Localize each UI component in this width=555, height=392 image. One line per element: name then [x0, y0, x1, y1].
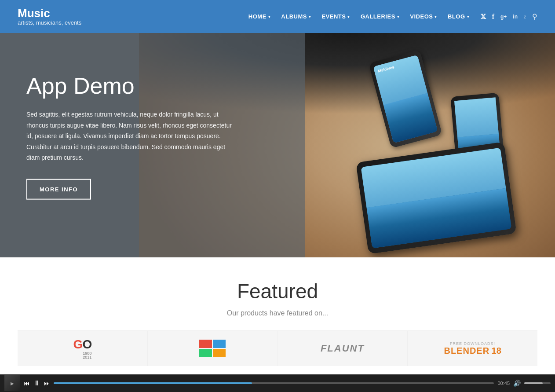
social-icons: 𝕏 f g+ in ≀ ⚲ — [481, 12, 537, 21]
chevron-down-icon: ▾ — [435, 15, 437, 19]
nav-home[interactable]: HOME ▾ — [244, 11, 275, 22]
featured-section: Featured Our products have featured on..… — [0, 257, 555, 375]
hero-body-text: Sed sagittis, elit egestas rutrum vehicu… — [26, 109, 237, 163]
featured-title: Featured — [18, 279, 537, 303]
logo-go: GO 19882011 — [18, 331, 148, 366]
linkedin-icon[interactable]: in — [513, 14, 518, 20]
blender-logo-text: BLENDER — [444, 346, 489, 355]
chevron-down-icon: ▾ — [309, 15, 311, 19]
flaunt-logo-text: FLAUNT — [321, 343, 365, 354]
hero-content: App Demo Sed sagittis, elit egestas rutr… — [26, 73, 237, 200]
site-title: Music — [18, 7, 81, 20]
logo-blender-item: FREE DOWNLOADS! BLENDER 18 — [408, 331, 537, 366]
logo-grid-item — [148, 331, 278, 366]
nav-albums[interactable]: ALBUMS ▾ — [277, 11, 315, 22]
main-nav: HOME ▾ ALBUMS ▾ EVENTS ▾ GALLERIES ▾ VID… — [244, 11, 474, 22]
logo-flaunt-item: FLAUNT — [278, 331, 408, 366]
more-info-button[interactable]: MORE INFO — [26, 179, 91, 199]
chevron-down-icon: ▾ — [397, 15, 400, 19]
nav-events[interactable]: EVENTS ▾ — [317, 11, 354, 22]
google-plus-icon[interactable]: g+ — [500, 14, 507, 20]
featured-subtitle: Our products have featured on... — [18, 309, 537, 317]
nav-videos[interactable]: VIDEOS ▾ — [405, 11, 442, 22]
nav-galleries[interactable]: GALLERIES ▾ — [356, 11, 404, 22]
twitter-icon[interactable]: 𝕏 — [481, 13, 486, 21]
site-subtitle: artists, musicians, events — [18, 19, 81, 26]
brand: Music artists, musicians, events — [18, 7, 81, 26]
chevron-down-icon: ▾ — [347, 15, 350, 19]
chevron-down-icon: ▾ — [268, 15, 271, 19]
featured-logos: GO 19882011 FLAUNT FREE DOWNLOADS! BLEND… — [18, 330, 537, 366]
hero-section: Maldives App Demo Sed sagittis, elit ege… — [0, 33, 555, 257]
nav-blog[interactable]: BLOG ▾ — [443, 11, 474, 22]
site-header: Music artists, musicians, events HOME ▾ … — [0, 0, 555, 33]
chevron-down-icon: ▾ — [467, 15, 470, 19]
search-icon[interactable]: ⚲ — [532, 12, 537, 21]
media-player-bar: ▶ ⏮ ⏸ ⏭ 00:45 🔊 — [0, 374, 555, 375]
facebook-icon[interactable]: f — [492, 13, 494, 21]
go-logo-text: GO — [73, 337, 92, 351]
rss-icon[interactable]: ≀ — [524, 13, 526, 20]
grid-logo — [199, 340, 226, 357]
hero-title: App Demo — [26, 73, 237, 99]
